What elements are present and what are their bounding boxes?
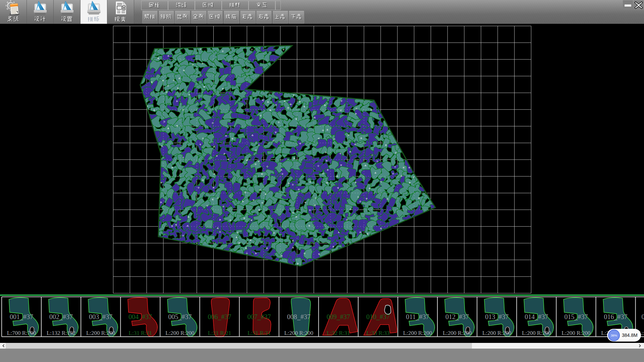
svg-text:005_#37: 005_#37 bbox=[168, 313, 192, 320]
svg-text:004_#37: 004_#37 bbox=[128, 313, 152, 320]
svg-text:L:31 R:31: L:31 R:31 bbox=[248, 330, 271, 336]
svg-text:014_#37: 014_#37 bbox=[525, 313, 548, 320]
svg-text:001_#37: 001_#37 bbox=[10, 313, 33, 320]
svg-text:L:32 R:31: L:32 R:31 bbox=[327, 330, 350, 336]
svg-text:L:200 R:200: L:200 R:200 bbox=[482, 330, 511, 336]
svg-text:L:200 R:200: L:200 R:200 bbox=[561, 330, 590, 336]
svg-text:L:132 R:132: L:132 R:132 bbox=[47, 330, 75, 336]
svg-text:016_#37: 016_#37 bbox=[604, 313, 628, 320]
svg-text:L:200 R:200: L:200 R:200 bbox=[443, 330, 472, 336]
svg-text:017_#37: 017_#37 bbox=[642, 313, 644, 320]
svg-text:L:21 R:21: L:21 R:21 bbox=[208, 330, 231, 336]
svg-text:003_#37: 003_#37 bbox=[89, 313, 112, 320]
svg-text:013_#37: 013_#37 bbox=[485, 313, 508, 320]
svg-text:L:700 R:700: L:700 R:700 bbox=[7, 330, 36, 336]
svg-text:012_#37: 012_#37 bbox=[445, 313, 469, 320]
svg-text:L:31 R:31: L:31 R:31 bbox=[129, 330, 152, 336]
svg-text:007_#37: 007_#37 bbox=[248, 313, 271, 320]
svg-text:L:200 R:200: L:200 R:200 bbox=[284, 330, 313, 336]
svg-text:L:200 R:200: L:200 R:200 bbox=[403, 330, 432, 336]
svg-text:006_#37: 006_#37 bbox=[208, 313, 231, 320]
svg-text:015_#37: 015_#37 bbox=[564, 313, 588, 320]
svg-text:008_#37: 008_#37 bbox=[287, 313, 311, 320]
svg-text:010_#37: 010_#37 bbox=[366, 313, 390, 320]
svg-text:011_#37: 011_#37 bbox=[406, 313, 429, 320]
svg-text:L:200 R:200: L:200 R:200 bbox=[165, 330, 194, 336]
svg-text:009_#37: 009_#37 bbox=[327, 313, 350, 320]
svg-text:L:200 R:200: L:200 R:200 bbox=[522, 330, 551, 336]
svg-text:L:33 R:33: L:33 R:33 bbox=[366, 330, 389, 336]
svg-text:L:200 R:200: L:200 R:200 bbox=[86, 330, 115, 336]
svg-text:002_#37: 002_#37 bbox=[49, 313, 73, 320]
